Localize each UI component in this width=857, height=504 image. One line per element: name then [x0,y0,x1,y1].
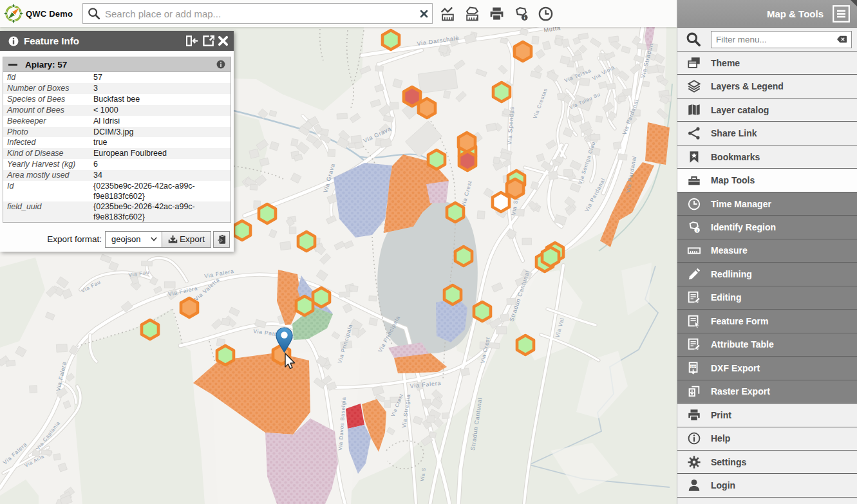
svg-text:i: i [697,228,698,232]
svg-text:DXF: DXF [690,365,696,368]
